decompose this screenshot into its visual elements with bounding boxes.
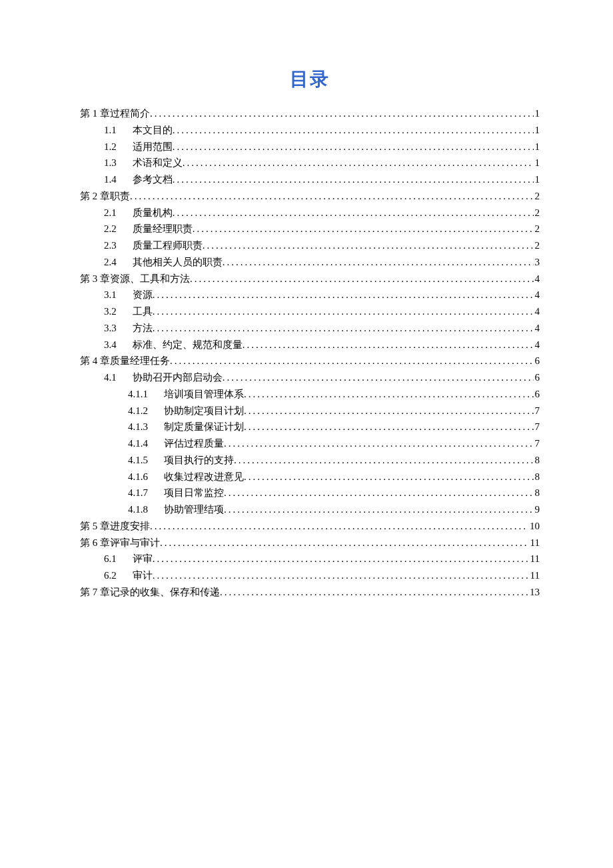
toc-entry-number: 1.3: [104, 155, 117, 171]
toc-entry[interactable]: 6.1评审11: [80, 551, 540, 567]
toc-entry-number: 1.2: [104, 139, 117, 155]
toc-entry-number: 4.1.1: [128, 386, 148, 403]
toc-entry-label: 过程简介: [110, 105, 150, 122]
toc-entry[interactable]: 第 7 章 记录的收集、保存和传递13: [80, 584, 540, 601]
toc-entry-page: 1: [534, 171, 540, 188]
toc-entry-page: 8: [534, 485, 540, 501]
toc-entry-label: 质量经理职责: [133, 221, 193, 237]
toc-entry-number: 1.4: [104, 171, 117, 188]
toc-entry[interactable]: 第 4 章 质量经理任务6: [80, 353, 540, 369]
toc-dots: [224, 485, 534, 501]
toc-entry-number: 1.1: [104, 122, 117, 139]
toc-entry[interactable]: 3.4标准、约定、规范和度量4: [80, 337, 540, 353]
toc-entry-label: 资源: [133, 287, 153, 303]
toc-entry[interactable]: 1.2适用范围1: [80, 139, 540, 155]
toc-entry[interactable]: 第 3 章 资源、工具和方法4: [80, 271, 540, 287]
toc-entry-label: 协助召开内部启动会: [133, 369, 223, 386]
toc-entry[interactable]: 1.3术语和定义1: [80, 155, 540, 171]
toc-entry-number: 第 4 章: [80, 353, 110, 369]
toc-entry[interactable]: 2.4其他相关人员的职责3: [80, 254, 540, 271]
toc-entry[interactable]: 4.1.1培训项目管理体系6: [80, 386, 540, 403]
toc-entry-number: 第 2 章: [80, 188, 110, 205]
toc-entry-page: 4: [534, 337, 540, 353]
toc-entry[interactable]: 3.2工具4: [80, 303, 540, 320]
toc-entry-number: 第 6 章: [80, 535, 110, 551]
toc-entry[interactable]: 第 1 章 过程简介1: [80, 105, 540, 122]
toc-dots: [224, 435, 534, 452]
toc-entry[interactable]: 2.3质量工程师职责2: [80, 237, 540, 254]
toc-entry[interactable]: 第 5 章 进度安排10: [80, 518, 540, 535]
toc-entry[interactable]: 4.1.8协助管理结项9: [80, 501, 540, 518]
toc-dots: [153, 320, 534, 337]
toc-entry-page: 1: [534, 155, 540, 171]
toc-entry[interactable]: 6.2审计11: [80, 567, 540, 584]
toc-dots: [150, 518, 528, 535]
toc-entry-number: 2.1: [104, 205, 117, 221]
toc-entry-number: 6.2: [104, 567, 117, 584]
toc-list: 第 1 章 过程简介11.1本文目的11.2适用范围11.3术语和定义11.4参…: [80, 105, 540, 601]
toc-entry[interactable]: 4.1.2协助制定项目计划7: [80, 403, 540, 419]
toc-entry[interactable]: 4.1.3制定质量保证计划7: [80, 419, 540, 435]
toc-entry-label: 记录的收集、保存和传递: [110, 584, 220, 601]
toc-entry-page: 1: [534, 122, 540, 139]
toc-entry-number: 4.1.6: [128, 469, 148, 485]
toc-entry-label: 职责: [110, 188, 130, 205]
toc-dots: [153, 567, 529, 584]
toc-dots: [244, 403, 534, 419]
toc-entry-label: 项目执行的支持: [164, 452, 234, 469]
toc-entry-label: 项目日常监控: [164, 485, 224, 501]
toc-dots: [244, 386, 534, 403]
toc-entry-label: 方法: [133, 320, 153, 337]
toc-dots: [183, 155, 534, 171]
toc-entry[interactable]: 1.1本文目的1: [80, 122, 540, 139]
toc-entry-number: 6.1: [104, 551, 117, 567]
toc-entry[interactable]: 4.1.4评估过程质量7: [80, 435, 540, 452]
toc-entry-page: 4: [534, 320, 540, 337]
toc-dots: [130, 188, 534, 205]
toc-entry-number: 第 1 章: [80, 105, 110, 122]
toc-entry-label: 质量经理任务: [110, 353, 170, 369]
toc-entry[interactable]: 3.1资源4: [80, 287, 540, 303]
toc-entry-page: 6: [534, 386, 540, 403]
toc-dots: [244, 469, 534, 485]
toc-entry-label: 标准、约定、规范和度量: [133, 337, 243, 353]
toc-entry[interactable]: 第 6 章 评审与审计11: [80, 535, 540, 551]
toc-entry[interactable]: 4.1协助召开内部启动会6: [80, 369, 540, 386]
toc-dots: [220, 584, 528, 601]
toc-entry[interactable]: 3.3方法4: [80, 320, 540, 337]
toc-dots: [153, 287, 534, 303]
toc-entry[interactable]: 4.1.7项目日常监控8: [80, 485, 540, 501]
toc-dots: [193, 221, 534, 237]
toc-entry-number: 2.3: [104, 237, 117, 254]
toc-entry-number: 第 7 章: [80, 584, 110, 601]
toc-entry-page: 9: [534, 501, 540, 518]
toc-dots: [224, 501, 534, 518]
toc-entry-page: 1: [534, 105, 540, 122]
toc-dots: [160, 535, 529, 551]
toc-entry-number: 4.1.2: [128, 403, 148, 419]
toc-dots: [203, 237, 534, 254]
toc-entry-page: 11: [529, 535, 540, 551]
toc-entry-label: 培训项目管理体系: [164, 386, 244, 403]
toc-entry-number: 第 3 章: [80, 271, 110, 287]
toc-entry-number: 3.2: [104, 303, 117, 320]
toc-dots: [173, 122, 534, 139]
toc-entry[interactable]: 2.2质量经理职责2: [80, 221, 540, 237]
toc-entry[interactable]: 第 2 章 职责2: [80, 188, 540, 205]
toc-entry[interactable]: 1.4参考文档1: [80, 171, 540, 188]
toc-entry-label: 评审与审计: [110, 535, 160, 551]
toc-entry[interactable]: 2.1质量机构2: [80, 205, 540, 221]
toc-entry-number: 3.4: [104, 337, 117, 353]
toc-entry-number: 2.2: [104, 221, 117, 237]
toc-entry-page: 2: [534, 237, 540, 254]
toc-entry-number: 4.1: [104, 369, 117, 386]
toc-entry[interactable]: 4.1.5项目执行的支持8: [80, 452, 540, 469]
toc-dots: [150, 105, 534, 122]
toc-entry-page: 7: [534, 403, 540, 419]
toc-entry-page: 11: [529, 567, 540, 584]
toc-dots: [173, 139, 534, 155]
toc-entry[interactable]: 4.1.6收集过程改进意见8: [80, 469, 540, 485]
toc-entry-page: 4: [534, 271, 540, 287]
toc-entry-label: 协助管理结项: [164, 501, 224, 518]
toc-entry-label: 协助制定项目计划: [164, 403, 244, 419]
